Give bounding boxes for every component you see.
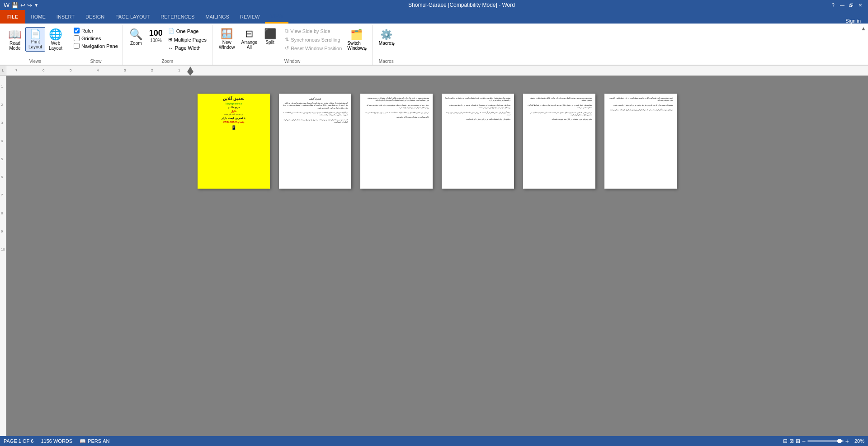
gridlines-checkbox[interactable]: Gridlines	[73, 35, 102, 42]
undo-qa-btn[interactable]: ↩	[20, 2, 25, 9]
customize-qa-btn[interactable]: ▼	[34, 3, 38, 8]
tab-references[interactable]: REFERENCES	[155, 10, 200, 24]
page3-content: متن صفحه سوم در اینجا قرار دارد. این صفح…	[360, 94, 433, 122]
indent-marker	[187, 66, 193, 76]
window-sep	[281, 29, 281, 54]
navpane-check[interactable]	[74, 43, 80, 49]
tab-review[interactable]: REVIEW	[235, 10, 265, 24]
view-web-btn[interactable]: ⊞	[796, 438, 800, 444]
web-layout-btn[interactable]: 🌐 WebLayout	[46, 27, 65, 52]
tab-pagelayout[interactable]: PAGE LAYOUT	[110, 10, 155, 24]
tab-home[interactable]: HOME	[25, 10, 51, 24]
page1-content: تحقیق آنلاین Tahghighonline.ir مرجع دانل…	[198, 94, 270, 189]
view-normal-btn[interactable]: ⊟	[783, 438, 788, 444]
multiple-pages-label: Multiple Pages	[174, 37, 207, 43]
ribbon: FILE HOME INSERT DESIGN PAGE LAYOUT REFE…	[0, 10, 868, 66]
help-btn[interactable]: ?	[829, 1, 837, 9]
ruler-num-5: 5	[70, 68, 71, 72]
page-width-btn[interactable]: ↔ Page Width	[166, 44, 208, 52]
new-window-icon: 🪟	[221, 29, 233, 39]
page2-content: شمول گرایی این متن نمونه‌ای از محتوای صف…	[279, 94, 351, 127]
ruler-check[interactable]	[74, 28, 80, 33]
collapse-ribbon-btn[interactable]: ▲	[861, 25, 866, 32]
window-controls: ? — 🗗 ✕	[829, 1, 864, 9]
sync-scroll-label: Synchronous Scrolling	[291, 37, 340, 43]
views-group-content: 📖 ReadMode 📄 PrintLayout 🌐 WebLayout	[5, 25, 65, 58]
new-window-btn[interactable]: 🪟 NewWindow	[216, 27, 238, 52]
page5-text: صفحه پنجم به بررسی مباحث تکمیلی می‌پرداز…	[527, 97, 592, 121]
views-group-label: Views	[5, 58, 65, 65]
print-layout-icon: 📄	[30, 29, 41, 38]
sign-in-btn[interactable]: Sign in	[838, 18, 868, 24]
print-layout-btn[interactable]: 📄 PrintLayout	[25, 27, 45, 52]
view-layout-btn[interactable]: ⊠	[789, 438, 794, 444]
zoom-level[interactable]: 20%	[851, 438, 864, 444]
tab-bar: FILE HOME INSERT DESIGN PAGE LAYOUT REFE…	[0, 10, 868, 24]
macros-btn[interactable]: ⚙️ Macros ▼	[376, 27, 396, 47]
doc-page-4: صفحه چهارم سند شامل تحلیل‌های دقیق‌تر و …	[442, 94, 514, 189]
zoom-btn[interactable]: 🔍 Zoom	[127, 27, 146, 47]
close-btn[interactable]: ✕	[856, 1, 864, 9]
ruler-num-1: 1	[178, 68, 180, 72]
tab-file[interactable]: FILE	[0, 10, 25, 24]
app-icon: W	[4, 1, 9, 9]
gridlines-label: Gridlines	[81, 36, 101, 41]
page-width-label: Page Width	[175, 45, 201, 51]
zoom-100-btn[interactable]: 100 100%	[146, 27, 165, 45]
one-page-btn[interactable]: 📄 One Page	[166, 27, 208, 35]
minimize-btn[interactable]: —	[838, 1, 846, 9]
tab-insert[interactable]: INSERT	[51, 10, 80, 24]
title-bar: W 💾 ↩ ↪ ▼ Shomul-Garaee [Compatibility M…	[0, 0, 868, 10]
zoom-slider[interactable]	[807, 440, 844, 442]
sync-scrolling-btn[interactable]: ⇅ Synchronous Scrolling	[283, 36, 344, 43]
gridlines-check[interactable]	[74, 35, 80, 41]
macros-arrow: ▼	[392, 43, 396, 47]
arrange-all-btn[interactable]: ⊟ ArrangeAll	[239, 27, 260, 52]
language-text: PERSIAN	[88, 438, 109, 444]
doc-page-1: تحقیق آنلاین Tahghighonline.ir مرجع دانل…	[198, 94, 270, 189]
reset-window-label: Reset Window Position	[291, 46, 342, 51]
page2-text: این متن نمونه‌ای از محتوای صفحه دوم سند …	[283, 102, 348, 123]
horizontal-ruler: 7 6 5 4 3 2 1	[6, 66, 868, 76]
restore-btn[interactable]: 🗗	[847, 1, 855, 9]
macros-group: ⚙️ Macros ▼ Macros	[373, 25, 400, 65]
multiple-pages-btn[interactable]: ⊞ Multiple Pages	[166, 36, 208, 43]
tab-mailings[interactable]: MAILINGS	[200, 10, 235, 24]
vruler-10: 10	[1, 247, 5, 251]
navpane-checkbox[interactable]: Navigation Pane	[73, 43, 119, 49]
window-group-label: Window	[216, 58, 368, 65]
vruler-6: 6	[1, 175, 3, 179]
views-group: 📖 ReadMode 📄 PrintLayout 🌐 WebLayout Vie…	[2, 25, 69, 65]
vruler-5: 5	[1, 157, 3, 161]
document-area[interactable]: تحقیق آنلاین Tahghighonline.ir مرجع دانل…	[6, 76, 868, 436]
view-side-icon: ⧉	[285, 28, 288, 34]
save-qa-btn[interactable]: 💾	[11, 2, 19, 9]
doc-page-2: شمول گرایی این متن نمونه‌ای از محتوای صف…	[279, 94, 351, 189]
redo-qa-btn[interactable]: ↪	[27, 2, 32, 9]
language-indicator: 📖 PERSIAN	[80, 438, 109, 444]
macros-group-label: Macros	[376, 58, 396, 65]
zoom-in-btn[interactable]: +	[845, 437, 849, 445]
zoom-icon: 🔍	[129, 29, 143, 40]
page6-text: آخرین صفحه سند حاوی نتیجه‌گیری کلی و خلا…	[608, 97, 673, 112]
page1-phone: 09981366624 واتساپ	[200, 120, 267, 123]
ruler-num-7: 7	[15, 68, 17, 72]
reset-window-icon: ↺	[285, 45, 289, 51]
window-options-col: ⧉ View Side by Side ⇅ Synchronous Scroll…	[283, 27, 344, 52]
tab-view[interactable]: VIEW	[265, 10, 288, 24]
tab-design[interactable]: DESIGN	[80, 10, 110, 24]
window-group-content: 🪟 NewWindow ⊟ ArrangeAll ⬛ Split ⧉ View …	[216, 25, 368, 58]
read-mode-btn[interactable]: 📖 ReadMode	[5, 27, 24, 52]
switch-windows-btn[interactable]: 🗂️ SwitchWindows ▼	[344, 27, 368, 52]
ruler-corner-icon: L	[2, 68, 4, 72]
ruler-checkbox[interactable]: Ruler	[73, 27, 94, 34]
zoom-group-content: 🔍 Zoom 100 100% 📄 One Page ⊞ Multiple Pa…	[127, 25, 208, 58]
macros-icon: ⚙️	[380, 29, 392, 41]
vruler-2: 2	[1, 103, 3, 107]
main-area: 1 2 3 4 5 6 7 8 9 10 تحقیق آنلاین Tahghi…	[0, 76, 868, 436]
zoom-out-btn[interactable]: −	[802, 437, 806, 445]
zoom-group: 🔍 Zoom 100 100% 📄 One Page ⊞ Multiple Pa…	[123, 25, 212, 65]
reset-window-btn[interactable]: ↺ Reset Window Position	[283, 44, 344, 52]
split-btn[interactable]: ⬛ Split	[261, 27, 279, 47]
view-side-by-side-btn[interactable]: ⧉ View Side by Side	[283, 27, 344, 35]
